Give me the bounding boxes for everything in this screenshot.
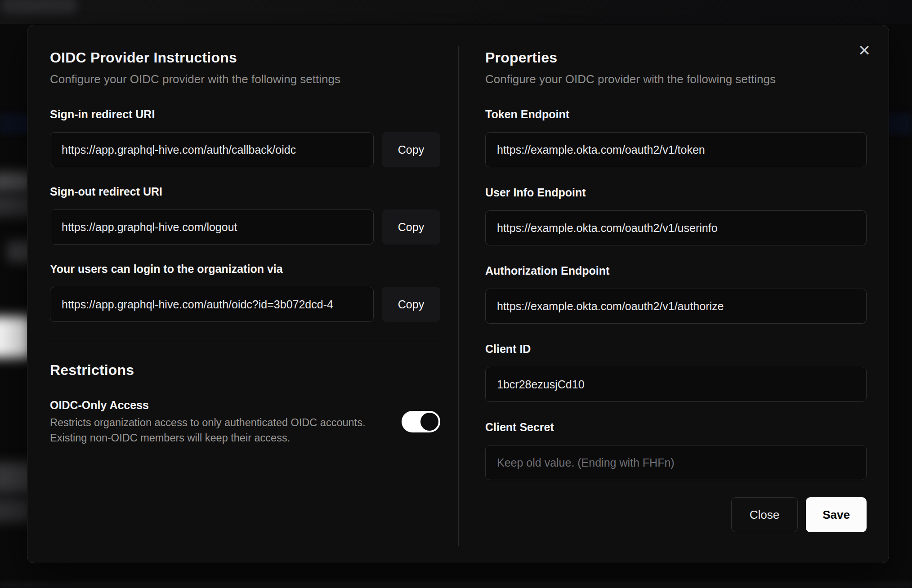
client-secret-input[interactable] [485, 445, 867, 480]
token-endpoint-input[interactable] [485, 132, 867, 167]
restrictions-title: Restrictions [50, 361, 440, 379]
organization-login-uri-input[interactable] [50, 287, 374, 322]
toggle-knob [420, 413, 438, 431]
copy-sign-out-uri-button[interactable]: Copy [382, 209, 440, 245]
copy-login-uri-button[interactable]: Copy [382, 287, 440, 322]
user-info-endpoint-label: User Info Endpoint [485, 185, 867, 200]
dialog-actions: Close Save [485, 497, 867, 532]
client-id-label: Client ID [485, 342, 867, 356]
dialog-close-button[interactable]: ✕ [855, 41, 873, 59]
sign-in-redirect-uri-input[interactable] [50, 132, 374, 167]
oidc-only-access-description: Restricts organization access to only au… [50, 415, 398, 445]
instructions-title: OIDC Provider Instructions [50, 49, 440, 67]
oidc-only-access-row: OIDC-Only Access Restricts organization … [50, 398, 440, 445]
oidc-settings-dialog: ✕ OIDC Provider Instructions Configure y… [27, 25, 889, 563]
sign-out-redirect-uri-label: Sign-out redirect URI [50, 184, 440, 199]
properties-title: Properties [485, 49, 867, 67]
oidc-only-access-label: OIDC-Only Access [50, 398, 402, 412]
authorization-endpoint-input[interactable] [485, 289, 867, 324]
section-divider [50, 341, 440, 341]
instructions-subtitle: Configure your OIDC provider with the fo… [50, 72, 440, 86]
properties-pane: Properties Configure your OIDC provider … [459, 25, 889, 563]
sign-in-redirect-uri-row: Copy [50, 132, 440, 167]
copy-sign-in-uri-button[interactable]: Copy [382, 132, 440, 167]
client-secret-label: Client Secret [485, 420, 867, 434]
client-id-input[interactable] [485, 367, 867, 402]
authorization-endpoint-label: Authorization Endpoint [485, 263, 867, 278]
instructions-pane: OIDC Provider Instructions Configure you… [27, 25, 458, 563]
sign-in-redirect-uri-label: Sign-in redirect URI [50, 107, 440, 121]
close-button[interactable]: Close [731, 497, 798, 532]
save-button[interactable]: Save [806, 497, 867, 532]
oidc-only-access-toggle[interactable] [402, 411, 440, 432]
background-header-strip [0, 0, 912, 24]
user-info-endpoint-input[interactable] [485, 210, 867, 245]
close-icon: ✕ [858, 42, 871, 59]
background-logo-blur [1, 0, 77, 13]
organization-login-uri-row: Copy [50, 287, 440, 322]
organization-login-uri-label: Your users can login to the organization… [50, 262, 440, 276]
page-background: ✕ OIDC Provider Instructions Configure y… [0, 0, 912, 588]
oidc-only-access-info: OIDC-Only Access Restricts organization … [50, 398, 402, 445]
sign-out-redirect-uri-input[interactable] [50, 209, 374, 245]
token-endpoint-label: Token Endpoint [485, 107, 867, 121]
background-footer-strip [0, 582, 912, 588]
sign-out-redirect-uri-row: Copy [50, 209, 440, 245]
properties-subtitle: Configure your OIDC provider with the fo… [485, 72, 867, 86]
